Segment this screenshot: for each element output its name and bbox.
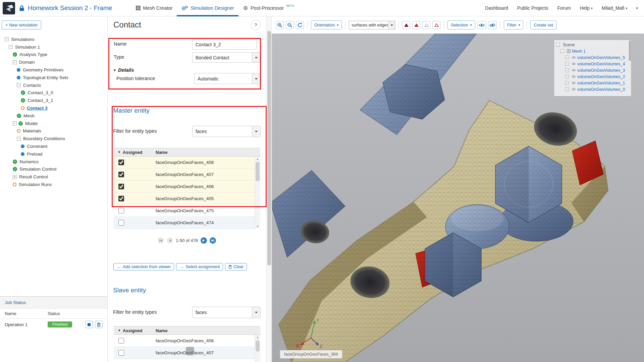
filter-dropdown[interactable]: Filter ▾ [504,20,524,29]
scene-item-volumeongeovolumes_1[interactable]: +volumeOnGeoVolumes_1 [555,80,631,86]
assign-checkbox[interactable] [118,160,124,165]
eye-icon[interactable] [572,56,576,59]
plus-box-icon[interactable]: + [565,62,569,66]
orientation-dropdown[interactable]: Orientation ▾ [311,20,342,29]
assign-checkbox[interactable] [118,172,124,177]
clear-button[interactable]: Clear [225,263,247,270]
minus-box-icon[interactable]: − [13,60,17,64]
tree-item-simulation-runs[interactable]: Simulation Runs [0,181,107,188]
eye-icon[interactable] [572,75,576,78]
pagination-first-button[interactable] [158,237,164,244]
tree-item-simulations[interactable]: −Simulations [0,36,107,43]
tab-post-processor[interactable]: Post-Processor BETA [238,0,299,16]
simscale-logo[interactable] [3,2,15,14]
select-assignment-button[interactable]: → Select assignment [176,263,223,270]
contact-name-input[interactable] [192,39,257,50]
tree-item-result-control[interactable]: +Result Control [0,173,107,181]
scene-item-volumeongeovolumes_3[interactable]: +volumeOnGeoVolumes_3 [555,67,631,73]
tree-item-contact-3[interactable]: Contact 3 [0,104,107,112]
scene-item-volumeongeovolumes_0[interactable]: +volumeOnGeoVolumes_0 [555,86,631,93]
tree-item-contact-3-0[interactable]: ✓Contact_3_0 [0,89,107,97]
scene-item-volumeongeovolumes_4[interactable]: +volumeOnGeoVolumes_4 [555,61,631,67]
scroll-down-icon[interactable]: ▼ [255,224,260,229]
position-tolerance-select[interactable]: Automatic [194,73,261,84]
master-table-header[interactable]: ▼ Assigned Name [114,148,260,157]
user-menu[interactable]: Milad_Mafi▾ [602,5,628,11]
scene-item-scene[interactable]: − Scene [555,42,631,48]
minus-box-icon[interactable]: − [5,37,9,41]
assign-checkbox[interactable] [118,338,124,344]
link-dashboard[interactable]: Dashboard [485,5,508,11]
assign-checkbox[interactable] [118,350,124,356]
tree-item-analysis-type[interactable]: ✓Analysis Type [0,51,107,59]
new-simulation-button[interactable]: + New simulation [2,20,41,29]
tree-item-geometry-primitives[interactable]: Geometry Primitives [0,66,107,74]
render-mode-select[interactable]: surfaces with edges [349,21,395,29]
tree-item-simulation-control[interactable]: ✓Simulation Control [0,166,107,173]
entity-row[interactable]: faceGroupOnGeoFaces_408 [114,335,260,347]
create-set-button[interactable]: Create set [530,20,556,29]
scrollbar-thumb[interactable] [256,162,260,181]
mesh-quality-button-1[interactable] [402,21,410,29]
add-selection-button[interactable]: ← Add selection from viewer [113,263,174,270]
scroll-drag-handle[interactable] [186,347,194,355]
stop-job-button[interactable] [85,321,93,328]
plus-box-icon[interactable]: + [565,81,569,85]
assign-checkbox[interactable] [118,196,124,201]
slave-table-scrollbar[interactable]: ▲ [255,335,260,362]
details-toggle[interactable]: ▼ Details [113,67,134,73]
minus-box-icon[interactable]: − [560,49,564,53]
minus-box-icon[interactable]: − [17,137,21,141]
tab-simulation-designer[interactable]: Simulation Designer [177,0,238,16]
minus-box-icon[interactable]: − [17,83,21,87]
scene-scrollbar[interactable] [629,41,631,96]
selection-dropdown[interactable]: Selection ▾ [447,20,475,29]
chevron-down-icon[interactable]: ▾ [636,6,638,10]
hide-button[interactable] [488,21,497,29]
entity-row[interactable]: faceGroupOnGeoFaces_405 [114,193,260,205]
panel-scrollbar[interactable] [266,16,272,362]
slave-filter-select[interactable]: faces [192,307,261,318]
help-menu[interactable]: Help▾ [580,5,593,11]
pagination-next-button[interactable] [201,237,207,244]
assign-checkbox[interactable] [118,220,124,226]
entity-row[interactable]: faceGroupOnGeoFaces_408 [114,157,260,169]
help-button[interactable]: ? [251,20,261,30]
scroll-up-icon[interactable]: ▲ [255,157,260,162]
reset-view-button[interactable] [296,21,304,29]
tree-item-preload[interactable]: Preload [0,150,107,158]
tree-item-materials[interactable]: Materials [0,127,107,135]
link-forum[interactable]: Forum [557,5,571,11]
master-table-scrollbar[interactable]: ▲ ▼ [255,157,260,229]
tree-item-contact-3-1[interactable]: ✓Contact_3_1 [0,97,107,104]
scrollbar-thumb[interactable] [629,41,631,61]
pagination-prev-button[interactable] [167,237,173,244]
tree-item-model[interactable]: −✓Model [0,120,107,127]
entity-row[interactable]: faceGroupOnGeoFaces_407 [114,169,260,181]
master-filter-select[interactable]: faces [192,126,261,137]
tree-item-boundary-conditions[interactable]: −Boundary Conditions [0,135,107,142]
tree-item-mesh[interactable]: ✓Mesh [0,112,107,120]
tree-item-topological-entity-sets[interactable]: Topological Entity Sets [0,74,107,81]
plus-box-icon[interactable]: + [565,68,569,72]
plus-box-icon[interactable]: + [565,87,569,91]
mesh-quality-button-3[interactable] [422,21,430,29]
pagination-last-button[interactable] [210,237,216,244]
scroll-up-icon[interactable]: ▲ [255,335,260,340]
link-public-projects[interactable]: Public Projects [517,5,548,11]
plus-box-icon[interactable]: + [565,75,569,78]
eye-icon[interactable] [572,81,576,84]
minus-box-icon[interactable]: − [13,121,17,125]
zoom-in-button[interactable] [276,21,284,29]
mesh-quality-button-2[interactable] [412,21,420,29]
tab-mesh-creator[interactable]: Mesh Creator [131,0,177,16]
scene-item-volumeongeovolumes_5[interactable]: +volumeOnGeoVolumes_5 [555,54,631,61]
tree-item-contacts[interactable]: −Contacts [0,81,107,89]
zoom-out-button[interactable] [286,21,294,29]
scene-item-volumeongeovolumes_2[interactable]: +volumeOnGeoVolumes_2 [555,73,631,80]
tree-item-domain[interactable]: −Domain [0,58,107,66]
eye-icon[interactable] [572,62,576,65]
entity-row[interactable]: faceGroupOnGeoFaces_474 [114,217,260,229]
scrollbar-thumb[interactable] [256,340,260,352]
slave-table-header[interactable]: ▼ Assigned Name [114,326,260,335]
